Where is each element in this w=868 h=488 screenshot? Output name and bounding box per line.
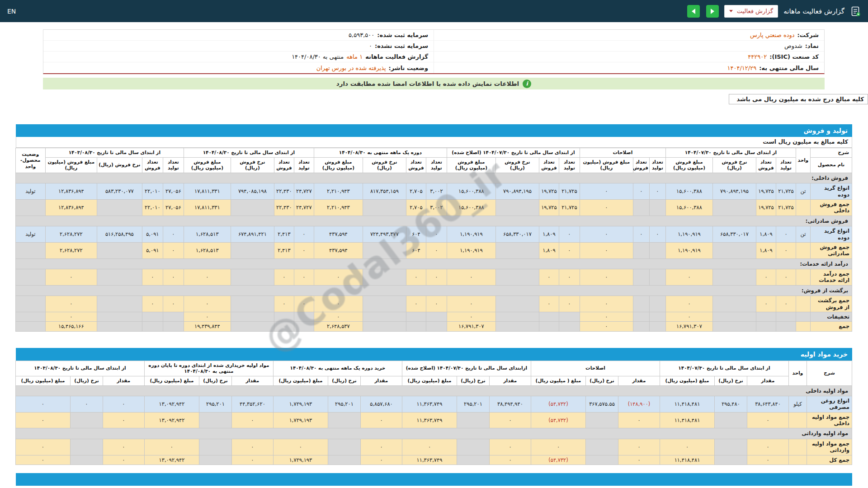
production-sales-table: شرحواحداز ابتدای سال مالی تا تاریخ ۱۴۰۴/…: [15, 148, 852, 332]
value-cell: ۰: [314, 296, 363, 312]
value-cell: ۰: [15, 396, 70, 412]
value-cell: ۷۹۰,۸۹۴,۱۹۵: [495, 183, 539, 200]
company-info-right-column: شرکت:دوده صنعتي پارسنماد:شدوصکد صنعت (IS…: [434, 30, 824, 73]
table-row: انواع گرید دودهتن۰۱,۸۰۹۶۵۸,۳۳۰,۰۱۷۱,۱۹۰,…: [15, 226, 852, 243]
row-label: جمع: [811, 322, 852, 331]
info-label: سرمایه ثبت شده:: [377, 32, 428, 38]
value-cell: ۱۵,۶۰۰,۳۸۸: [665, 183, 712, 200]
col-desc: شرح: [811, 148, 852, 158]
value-cell: ۰: [539, 296, 559, 312]
value-cell: ۵,۰۹۱: [142, 242, 163, 258]
value-cell: [231, 322, 274, 331]
value-cell: ۱۵,۴۶۵,۱۶۶: [45, 322, 97, 331]
value-cell: ۰: [649, 226, 665, 243]
value-cell: ۱۹,۷۲۵: [756, 183, 776, 200]
value-cell: [713, 296, 756, 312]
value-cell: ۰: [314, 269, 363, 286]
status-cell: [15, 242, 45, 258]
value-cell: [633, 296, 649, 312]
value-cell: [328, 439, 360, 455]
col-group-header: از ابتدای سال مالی تا تاریخ ۱۴۰۴/۰۷/۳۰: [665, 148, 796, 158]
value-cell: ۳۶۷,۵۷۵.۵۵: [586, 396, 618, 412]
value-cell: ۲۲,۰۱۰: [142, 183, 163, 200]
value-cell: ۰: [103, 439, 144, 455]
value-cell: [231, 242, 274, 258]
value-cell: ۶۵۸,۳۳۰,۰۱۷: [495, 226, 539, 243]
row-label: جمع مواد اولیه داخلی: [807, 412, 852, 428]
value-cell: [97, 296, 142, 312]
value-cell: [426, 312, 447, 321]
value-cell: ۰: [660, 439, 715, 455]
value-cell: ۱,۱۹۰,۹۱۹: [665, 226, 712, 243]
value-cell: ۵,۸۵۷,۶۸۰: [360, 396, 402, 412]
next-report-button[interactable]: [706, 5, 719, 18]
section-row-label: مواد اولیه داخلی: [15, 385, 852, 396]
value-cell: ۶۰۴: [406, 226, 426, 243]
value-cell: [633, 312, 649, 321]
value-cell: ۱,۸۰۹: [756, 242, 776, 258]
value-cell: ۰: [665, 269, 712, 286]
value-cell: ۲,۶۲۸,۲۷۲: [45, 242, 97, 258]
dropdown-label: گزارش فعالیت: [737, 8, 773, 14]
value-cell: ۱۱,۴۱۸,۴۸۱: [660, 412, 715, 428]
value-cell: ۱,۷۲۹,۱۹۳: [273, 412, 328, 428]
value-cell: ۰: [163, 226, 184, 243]
value-cell: [274, 312, 294, 321]
col-sub-header: نرخ فروش (ریال): [713, 157, 756, 173]
col-sub-header: مبلغ فروش (میلیون ریال): [184, 157, 231, 173]
section-header-partial: [16, 473, 852, 486]
value-cell: ۰: [618, 412, 660, 428]
value-cell: ۰: [580, 200, 633, 216]
table-row: جمع۱۶,۷۹۱,۳۰۷۰۱۶,۷۹۱,۳۰۷۲,۶۴۸,۵۳۷۱۹,۴۳۹,…: [15, 322, 852, 331]
value-cell: ۰: [231, 412, 273, 428]
col-sub-header: نرخ (ریال): [70, 376, 103, 385]
report-type-dropdown[interactable]: گزارش فعالیت: [724, 5, 778, 18]
company-link[interactable]: دوده صنعتي پارس: [750, 32, 795, 38]
value-cell: [457, 412, 489, 428]
value-cell: ۲,۴۱۳: [274, 226, 294, 243]
value-cell: [457, 455, 489, 465]
language-toggle[interactable]: EN: [7, 8, 16, 15]
info-value-suffix: منتهی به ۱۴۰۴/۰۸/۳۰: [292, 53, 344, 60]
info-value: ۵,۵۹۳,۵۰۰: [349, 32, 374, 38]
value-cell: [363, 242, 406, 258]
value-cell: ۱۲,۸۳۶,۸۹۴: [45, 200, 97, 216]
value-cell: ۰: [756, 269, 776, 286]
value-cell: ۰: [426, 242, 447, 258]
value-cell: [142, 322, 163, 331]
value-cell: ۰: [747, 455, 789, 465]
value-cell: (۵۴,۷۳۲): [531, 455, 585, 465]
value-cell: ۱,۶۲۸,۵۱۳: [184, 242, 231, 258]
row-label: جمع کل: [807, 455, 852, 465]
report-icon[interactable]: [850, 6, 861, 17]
value-cell: ۱۱,۳۶۳,۷۴۹: [402, 455, 457, 465]
value-cell: [199, 455, 231, 465]
value-cell: [649, 242, 665, 258]
col-status: وضعیت محصول-واحد: [15, 148, 45, 173]
value-cell: [713, 269, 756, 286]
chevron-right-icon: [711, 9, 714, 14]
col-unit: واحد: [789, 361, 807, 385]
value-cell: [163, 312, 184, 321]
info-row: نماد:شدوص: [434, 41, 824, 52]
row-label: جمع مواد اولیه وارداتی: [807, 439, 852, 455]
value-cell: (۵۴,۷۳۲): [531, 396, 585, 412]
info-value: شدوص: [784, 42, 802, 49]
section-row-label: مواد اولیه وارداتی: [15, 428, 852, 439]
value-cell: ۴۳۷,۵۹۴: [314, 226, 363, 243]
value-cell: ۰: [184, 296, 231, 312]
previous-report-button[interactable]: [687, 5, 700, 18]
value-cell: ۰: [103, 396, 144, 412]
col-group-header: از ابتدای سال مالی تا تاریخ ۱۴۰۴/۰۷/۳۰ (…: [447, 148, 580, 158]
table-row: فروش داخلی:: [15, 173, 852, 183]
value-cell: ۰: [559, 226, 580, 243]
table-row: فروش صادراتی:: [15, 216, 852, 226]
value-cell: [586, 439, 618, 455]
section-row-label: فروش صادراتی:: [15, 216, 852, 226]
value-cell: ۱,۱۹۰,۹۱۹: [447, 226, 495, 243]
value-cell: ۲۷,۰۵۶: [163, 200, 184, 216]
value-cell: ۰: [447, 269, 495, 286]
value-cell: [649, 322, 665, 331]
value-cell: ۲۱,۷۲۵: [559, 200, 580, 216]
value-cell: [756, 322, 776, 331]
